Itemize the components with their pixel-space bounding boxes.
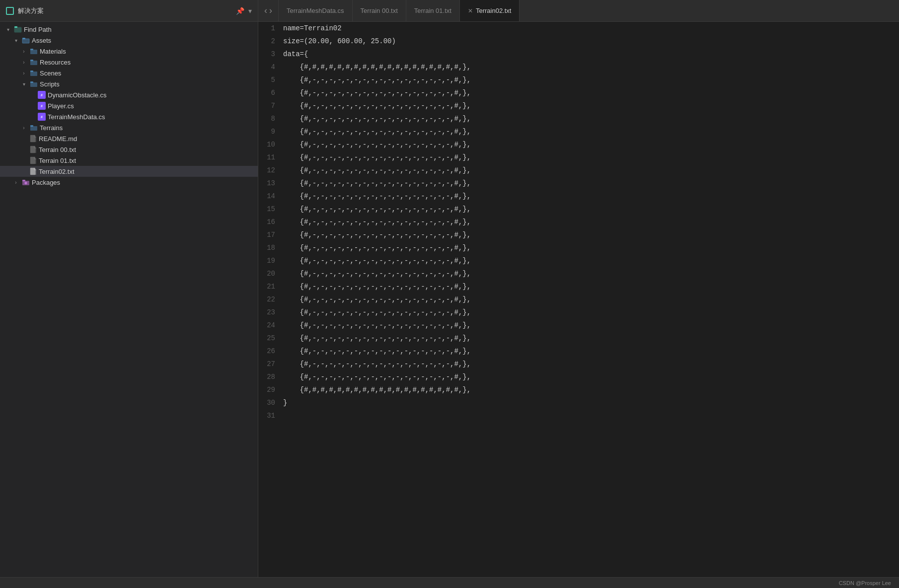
code-line-14: 14 {#,-,-,-,-,-,-,-,-,-,-,-,-,-,-,-,-,-,… [258,190,899,203]
code-line-15: 15 {#,-,-,-,-,-,-,-,-,-,-,-,-,-,-,-,-,-,… [258,203,899,216]
folder-icon [30,80,38,88]
file-icon [30,146,37,153]
line-code: {#,-,-,-,-,-,-,-,-,-,-,-,-,-,-,-,-,-,#,}… [283,74,899,86]
svg-rect-20 [22,180,25,181]
resources-label: Resources [40,59,71,66]
spacer [20,156,28,164]
line-code: {#,-,-,-,-,-,-,-,-,-,-,-,-,-,-,-,-,-,#,}… [283,216,899,228]
nav-back-icon[interactable]: ‹ [264,5,267,16]
line-number: 8 [258,112,283,125]
tab-terrain02[interactable]: ✕ Terrain02.txt [460,0,520,21]
sidebar-item-readme[interactable]: README.md [0,133,258,144]
svg-rect-13 [30,126,37,131]
terrain01-label: Terrain 01.txt [39,157,76,164]
pin-icon[interactable]: 📌 [236,7,244,15]
code-line-1: 1name=Terrain02 [258,22,899,35]
assets-label: Assets [32,37,51,44]
sidebar: ▾ Find Path ▾ Assets › Materials [0,22,258,577]
sidebar-item-packages[interactable]: › Packages [0,177,258,188]
line-number: 12 [258,164,283,177]
solution-icon [6,7,14,15]
terrains-label: Terrains [40,124,63,132]
line-number: 20 [258,267,283,280]
chevron-down-icon[interactable]: ▾ [248,7,252,15]
line-code: {#,-,-,-,-,-,-,-,-,-,-,-,-,-,-,-,-,-,#,}… [283,370,899,383]
sidebar-item-player[interactable]: # Player.cs [0,100,258,111]
dynamicobstacle-label: DynamicObstacle.cs [48,91,106,99]
code-line-21: 21 {#,-,-,-,-,-,-,-,-,-,-,-,-,-,-,-,-,-,… [258,280,899,293]
line-number: 19 [258,254,283,267]
code-line-17: 17 {#,-,-,-,-,-,-,-,-,-,-,-,-,-,-,-,-,-,… [258,228,899,241]
tab-terrain00[interactable]: Terrain 00.txt [353,0,406,21]
sidebar-item-terrain02[interactable]: Terrain02.txt [0,166,258,177]
code-line-13: 13 {#,-,-,-,-,-,-,-,-,-,-,-,-,-,-,-,-,-,… [258,177,899,190]
editor[interactable]: 1name=Terrain022size=(20.00, 600.00, 25.… [258,22,899,577]
line-code [283,409,899,422]
line-number: 29 [258,383,283,396]
materials-label: Materials [40,48,66,55]
line-number: 18 [258,241,283,254]
sidebar-item-terrain00[interactable]: Terrain 00.txt [0,144,258,155]
sidebar-item-terrains[interactable]: › Terrains [0,122,258,133]
spacer [20,167,28,175]
nav-forward-icon[interactable]: › [269,5,272,16]
sidebar-item-terrain01[interactable]: Terrain 01.txt [0,155,258,166]
folder-icon [30,69,38,77]
svg-rect-1 [14,26,17,28]
line-number: 2 [258,35,283,48]
chevron-right-icon: › [20,69,28,77]
sidebar-item-resources[interactable]: › Resources [0,57,258,68]
line-code: {#,#,#,#,#,#,#,#,#,#,#,#,#,#,#,#,#,#,#,}… [283,383,899,396]
code-line-8: 8 {#,-,-,-,-,-,-,-,-,-,-,-,-,-,-,-,-,-,#… [258,112,899,125]
line-number: 4 [258,61,283,74]
cs-file-icon: # [38,113,46,121]
line-code: {#,-,-,-,-,-,-,-,-,-,-,-,-,-,-,-,-,-,#,}… [283,358,899,370]
code-line-3: 3data={ [258,48,899,61]
line-code: name=Terrain02 [283,22,899,35]
sidebar-item-dynamicobstacle[interactable]: # DynamicObstacle.cs [0,89,258,100]
line-number: 23 [258,306,283,319]
code-line-31: 31 [258,409,899,422]
top-bar: 解决方案 📌 ▾ ‹ › TerrainMeshData.cs Terrain … [0,0,899,22]
file-icon [30,167,37,175]
line-code: {#,-,-,-,-,-,-,-,-,-,-,-,-,-,-,-,-,-,#,}… [283,112,899,125]
solution-actions: 📌 ▾ [236,7,252,15]
chevron-right-icon: › [20,47,28,55]
readme-label: README.md [39,135,77,143]
sidebar-item-assets[interactable]: ▾ Assets [0,35,258,46]
line-number: 15 [258,203,283,216]
project-icon [14,25,22,33]
line-code: {#,-,-,-,-,-,-,-,-,-,-,-,-,-,-,-,-,-,#,}… [283,267,899,280]
tab-close-icon[interactable]: ✕ [468,7,473,14]
sidebar-item-materials[interactable]: › Materials [0,46,258,57]
cs-file-icon: # [38,91,46,99]
svg-rect-3 [22,38,25,39]
line-code: {#,-,-,-,-,-,-,-,-,-,-,-,-,-,-,-,-,-,#,}… [283,177,899,190]
line-number: 17 [258,228,283,241]
line-code: {#,-,-,-,-,-,-,-,-,-,-,-,-,-,-,-,-,-,#,}… [283,190,899,203]
line-code: {#,-,-,-,-,-,-,-,-,-,-,-,-,-,-,-,-,-,#,}… [283,164,899,177]
editor-content: 1name=Terrain022size=(20.00, 600.00, 25.… [258,22,899,422]
line-number: 1 [258,22,283,35]
line-number: 25 [258,332,283,345]
code-line-29: 29 {#,#,#,#,#,#,#,#,#,#,#,#,#,#,#,#,#,#,… [258,383,899,396]
chevron-right-icon: › [12,178,20,186]
chevron-down-icon: ▾ [4,25,12,33]
sidebar-item-scenes[interactable]: › Scenes [0,68,258,78]
terrain00-label: Terrain 00.txt [39,146,76,153]
line-code: } [283,396,899,409]
svg-rect-14 [30,125,33,127]
line-code: {#,-,-,-,-,-,-,-,-,-,-,-,-,-,-,-,-,-,#,}… [283,99,899,112]
code-line-30: 30} [258,396,899,409]
watermark-text: CSDN @Prosper Lee [839,580,891,586]
sidebar-item-find-path[interactable]: ▾ Find Path [0,24,258,35]
code-line-22: 22 {#,-,-,-,-,-,-,-,-,-,-,-,-,-,-,-,-,-,… [258,293,899,306]
tab-terrain01[interactable]: Terrain 01.txt [406,0,460,21]
svg-rect-7 [30,61,37,65]
tab-terrainmeshdata[interactable]: TerrainMeshData.cs [279,0,353,21]
sidebar-item-terrainmeshdata[interactable]: # TerrainMeshData.cs [0,111,258,122]
tab-label-terrainmeshdata: TerrainMeshData.cs [287,7,344,14]
sidebar-item-scripts[interactable]: ▾ Scripts [0,78,258,89]
line-number: 16 [258,216,283,228]
line-code: {#,-,-,-,-,-,-,-,-,-,-,-,-,-,-,-,-,-,#,}… [283,138,899,151]
